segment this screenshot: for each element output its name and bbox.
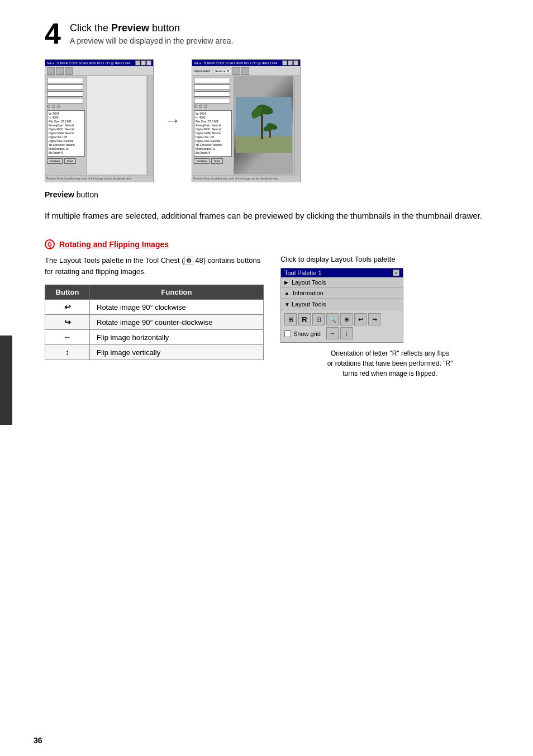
layout-desc: The Layout Tools palette in the Tool Che… bbox=[45, 255, 264, 277]
after-toolbar-icon-2 bbox=[241, 67, 249, 75]
screenshot-after-buttons: _ □ × bbox=[282, 60, 298, 65]
toolbar-icon-1 bbox=[47, 67, 55, 75]
show-grid-row: Show grid bbox=[284, 330, 321, 337]
dropdown-1 bbox=[47, 78, 83, 83]
step-title-prefix: Click the bbox=[70, 22, 111, 34]
screenshot-after: Nikon SUPER COOLSCAN 9000 ED 1.0D @ IEEE… bbox=[192, 59, 301, 182]
table-row: ↪ Rotate image 90° counter-clockwise bbox=[45, 315, 264, 330]
after-left-panel: W: 5004 H: 4000 File Size: 57.5 MB Analo… bbox=[192, 76, 234, 174]
table-row: ↩ Rotate image 90° clockwise bbox=[45, 300, 264, 315]
close-btn: × bbox=[146, 60, 151, 65]
palette-section-label: Layout Tools bbox=[292, 301, 326, 308]
step-title-suffix: button bbox=[149, 22, 180, 34]
pt-icon-redo[interactable]: ↪ bbox=[368, 313, 380, 325]
table-cell-function-3: Flip image horizontally bbox=[90, 330, 264, 345]
neutral-dropdown: Neutral ▼ bbox=[213, 69, 231, 73]
screenshot-before-body: W: 5004 H: 4000 File Size: 57.5 MB Analo… bbox=[45, 66, 153, 181]
palette-tools-area: ⊞ R ⊡ 🔍 ⊕ ↩ ↪ Show grid bbox=[281, 310, 403, 342]
preview-label-bold: Preview bbox=[45, 190, 74, 199]
step-header: 4 Click the Preview button A preview wil… bbox=[45, 22, 499, 48]
dropdown-3 bbox=[47, 91, 83, 97]
table-cell-button-1: ↩ bbox=[45, 300, 90, 315]
step-content: Click the Preview button A preview will … bbox=[70, 22, 234, 45]
screenshot-after-title: Nikon SUPER COOLSCAN 9000 ED 1.0D @ IEEE… bbox=[194, 62, 277, 65]
section-icon: Q bbox=[45, 239, 55, 249]
palette-title: Tool Palette 1 bbox=[284, 270, 322, 276]
page-container: 4 Click the Preview button A preview wil… bbox=[0, 0, 533, 756]
pt-flip-v[interactable]: ↕ bbox=[340, 327, 353, 339]
preview-svg bbox=[236, 97, 292, 153]
step-title-bold: Preview bbox=[111, 22, 149, 34]
table-cell-button-4: ↕ bbox=[45, 345, 90, 360]
screenshot-after-titlebar: Nikon SUPER COOLSCAN 9000 ED 1.0D @ IEEE… bbox=[192, 60, 300, 66]
pt-icon-scan[interactable]: ⊞ bbox=[284, 313, 297, 325]
after-scrollbar-right bbox=[294, 76, 300, 174]
flip-v-icon: ↕ bbox=[65, 348, 69, 357]
flip-h-icon: ↔ bbox=[64, 333, 72, 342]
info-box: W: 5004 H: 4000 File Size: 57.5 MB Analo… bbox=[47, 110, 85, 157]
table-cell-button-2: ↪ bbox=[45, 315, 90, 330]
palette-note-line1: Orientation of letter "R" reflects any f… bbox=[331, 349, 449, 357]
processed-label: Processed bbox=[194, 69, 210, 73]
flip-icon-row: ↔ ↕ bbox=[326, 327, 353, 339]
after-preview-btn[interactable]: Preview bbox=[194, 158, 210, 164]
preview-image bbox=[234, 76, 293, 174]
preview-btn[interactable]: Preview bbox=[47, 158, 63, 164]
palette-note: Orientation of letter "R" reflects any f… bbox=[280, 348, 499, 379]
pt-flip-h[interactable]: ↔ bbox=[326, 327, 339, 339]
after-radio-3 bbox=[204, 105, 207, 108]
pt-icon-search[interactable]: 🔍 bbox=[326, 313, 339, 325]
palette-row-info: ▲ Information bbox=[281, 288, 403, 299]
after-radio-2 bbox=[199, 105, 202, 108]
palette-row-2: Show grid ↔ ↕ bbox=[284, 327, 399, 339]
preview-label-suffix: button bbox=[74, 190, 98, 199]
maximize-btn: □ bbox=[141, 60, 146, 65]
after-action-btn-row: Preview Scan bbox=[194, 158, 232, 164]
palette-note-line3: turns red when image is flipped. bbox=[342, 370, 437, 377]
before-toolbar bbox=[45, 66, 153, 76]
palette-note-line2: or rotations that have been performed. "… bbox=[327, 360, 453, 367]
body-text: If multiple frames are selected, additio… bbox=[45, 209, 499, 223]
minimize-btn-after: _ bbox=[282, 60, 287, 65]
pt-icon-undo[interactable]: ↩ bbox=[354, 313, 367, 325]
screenshot-before-title: Nikon SUPER COOLSCAN 9000 ED 1.0D @ IEEE… bbox=[47, 62, 130, 65]
before-preview-area bbox=[87, 76, 146, 174]
scrollbar-right bbox=[147, 76, 153, 174]
table-body: ↩ Rotate image 90° clockwise ↪ Rotate im… bbox=[45, 300, 264, 360]
table-cell-function-1: Rotate image 90° clockwise bbox=[90, 300, 264, 315]
after-scan-btn[interactable]: Scan bbox=[211, 158, 223, 164]
screenshot-after-body: Processed Neutral ▼ W: bbox=[192, 66, 300, 181]
show-grid-label: Show grid bbox=[293, 330, 321, 337]
tool-palette: Tool Palette 1 × ▶ Layout Tools ▲ Inform… bbox=[280, 268, 403, 343]
radio-3 bbox=[57, 105, 60, 108]
toolbar-icon-2 bbox=[56, 67, 64, 75]
maximize-btn-after: □ bbox=[288, 60, 293, 65]
section-heading: Q Rotating and Flipping Images bbox=[45, 239, 499, 249]
pt-icon-r[interactable]: R bbox=[298, 313, 311, 325]
after-statusbar: Preview Area: A preliminary scan of the … bbox=[192, 176, 300, 181]
radio-2 bbox=[52, 105, 55, 108]
page-number: 36 bbox=[34, 736, 42, 745]
palette-row-layout: ▶ Layout Tools bbox=[281, 277, 403, 288]
palette-section-arrow: ▼ bbox=[284, 301, 290, 308]
rotate-ccw-icon: ↪ bbox=[64, 318, 71, 327]
dropdown-4 bbox=[47, 98, 83, 103]
show-grid-checkbox[interactable] bbox=[284, 330, 291, 337]
col-right: Click to display Layout Tools palette To… bbox=[280, 255, 499, 379]
palette-close-btn[interactable]: × bbox=[393, 270, 399, 276]
dropdown-2 bbox=[47, 84, 83, 90]
after-dropdown-3 bbox=[194, 91, 230, 97]
table-header-function: Function bbox=[90, 285, 264, 300]
close-btn-after: × bbox=[293, 60, 298, 65]
toolbar-icon-3 bbox=[65, 67, 73, 75]
step-subtitle: A preview will be displayed in the previ… bbox=[70, 36, 234, 45]
pt-icon-move[interactable]: ⊕ bbox=[340, 313, 353, 325]
statusbar: Preview Area: A preliminary scan of the … bbox=[45, 176, 153, 181]
arrow-right: → bbox=[165, 112, 180, 130]
two-col-layout: The Layout Tools palette in the Tool Che… bbox=[45, 255, 499, 379]
table-cell-button-3: ↔ bbox=[45, 330, 90, 345]
pt-icon-frame[interactable]: ⊡ bbox=[312, 313, 325, 325]
scan-btn[interactable]: Scan bbox=[64, 158, 76, 164]
palette-tool-row-1: ⊞ R ⊡ 🔍 ⊕ ↩ ↪ bbox=[284, 313, 399, 325]
after-info-box: W: 5004 H: 4000 File Size: 57.5 MB Analo… bbox=[194, 110, 232, 157]
